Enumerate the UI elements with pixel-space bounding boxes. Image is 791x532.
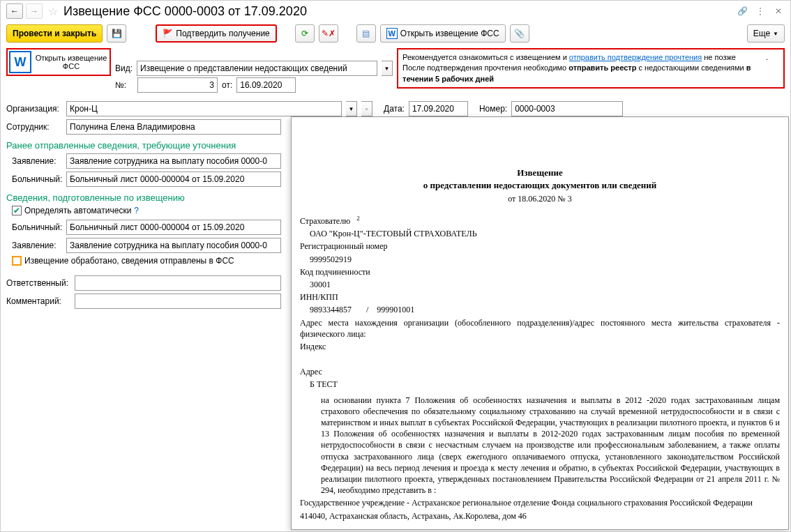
refresh-button[interactable]: ⟳ — [295, 24, 315, 43]
number-input[interactable] — [511, 101, 623, 116]
open-fss-block[interactable]: W Открыть извещение ФСС — [6, 48, 111, 76]
save-button[interactable]: 💾 — [107, 24, 126, 43]
more-button[interactable]: Еще ▼ — [747, 24, 785, 43]
org-label: Организация: — [6, 104, 62, 114]
kebab-icon[interactable]: ⋮ — [754, 5, 767, 17]
word-large-icon: W — [9, 51, 31, 73]
auto-checkbox[interactable]: ✔ — [12, 206, 22, 215]
comment-label: Комментарий: — [6, 296, 70, 306]
s1-app-label: Заявление: — [6, 156, 62, 166]
attach-button[interactable]: 📎 — [510, 24, 529, 43]
num-label: №: — [115, 80, 133, 90]
ot-date-input[interactable] — [236, 77, 296, 93]
nav-forward-button[interactable]: → — [26, 3, 43, 19]
vid-input[interactable] — [137, 61, 377, 76]
doc-subtitle: о представлении недостающих документов и… — [300, 180, 780, 191]
processed-label: Извещение обработано, сведения отправлен… — [24, 256, 234, 266]
window-title: Извещение ФСС 0000-0003 от 17.09.2020 — [63, 4, 733, 19]
date-label: Дата: — [384, 104, 405, 114]
emp-input[interactable] — [66, 119, 281, 135]
confirm-receipt-button[interactable]: 🚩 Подтвердить получение — [156, 24, 276, 43]
num-input[interactable] — [137, 77, 218, 93]
doc-button[interactable]: ▤ — [356, 24, 376, 43]
flag-icon: 🚩 — [163, 29, 173, 38]
document-icon: ▤ — [362, 29, 370, 38]
resp-label: Ответственный: — [6, 278, 70, 288]
s1-sick-label: Больничный: — [6, 174, 62, 184]
send-confirm-link[interactable]: отправить подтверждение прочтения — [569, 53, 702, 61]
post-and-close-button[interactable]: Провести и закрыть — [6, 24, 103, 43]
s1-sick-input[interactable] — [66, 172, 281, 187]
nav-back-button[interactable]: ← — [6, 3, 23, 19]
emp-label: Сотрудник: — [6, 122, 62, 132]
processed-checkbox[interactable] — [12, 256, 22, 266]
org-dropdown[interactable]: ▼ — [346, 101, 357, 116]
resp-input[interactable] — [75, 275, 281, 291]
word-icon: W — [386, 28, 398, 39]
open-fss-label: Открыть извещение ФСС — [34, 54, 108, 70]
s1-app-input[interactable] — [66, 153, 281, 169]
org-input[interactable] — [66, 101, 342, 116]
document-preview: Извещение о представлении недостающих до… — [291, 116, 789, 530]
refresh-icon: ⟳ — [301, 29, 308, 38]
open-fss-button[interactable]: W Открыть извещение ФСС — [380, 24, 506, 43]
link-icon[interactable]: 🔗 — [736, 5, 748, 17]
vid-label: Вид: — [115, 63, 133, 73]
number-label: Номер: — [479, 104, 507, 114]
favorite-star-icon[interactable]: ☆ — [48, 5, 58, 18]
pencil-cross-icon: ✎✗ — [322, 29, 336, 38]
edit-cancel-button[interactable]: ✎✗ — [319, 24, 338, 43]
s2-app-input[interactable] — [66, 238, 281, 253]
recommendation-box: Рекомендуется ознакомиться с извещением … — [397, 48, 785, 89]
doc-date: от 18.06.2020 № 3 — [300, 194, 780, 204]
s2-app-label: Заявление: — [6, 241, 62, 250]
date-input[interactable] — [409, 101, 468, 116]
comment-input[interactable] — [75, 294, 281, 309]
save-icon: 💾 — [112, 29, 122, 38]
s2-sick-label: Больничный: — [6, 222, 62, 232]
org-open[interactable]: ▫ — [361, 101, 372, 116]
ot-label: от: — [222, 80, 232, 90]
chevron-down-icon: ▼ — [773, 31, 778, 37]
close-icon[interactable]: ✕ — [772, 5, 785, 17]
help-icon[interactable]: ? — [134, 206, 139, 215]
doc-title: Извещение — [300, 167, 780, 178]
vid-dropdown-button[interactable]: ▼ — [382, 61, 393, 76]
s2-sick-input[interactable] — [66, 220, 281, 235]
paperclip-icon: 📎 — [514, 29, 525, 38]
auto-label: Определять автоматически — [24, 206, 131, 215]
